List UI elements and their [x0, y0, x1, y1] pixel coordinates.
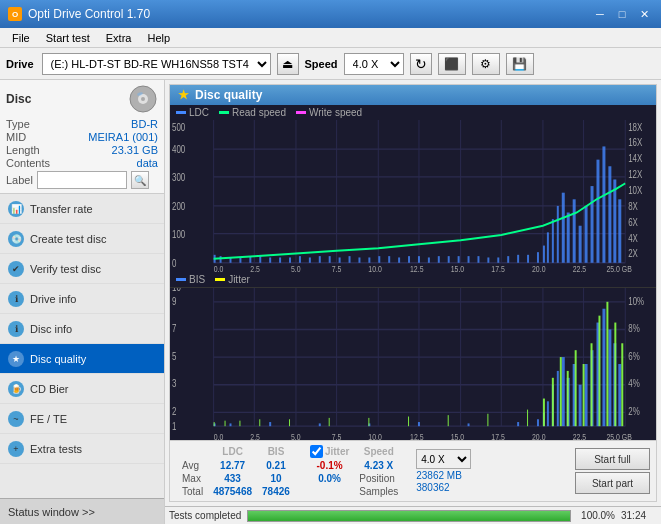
- top-chart: 0 100 200 300 400 500 18X 16X 14X 12X 10…: [170, 120, 656, 272]
- svg-text:25.0 GB: 25.0 GB: [606, 431, 632, 440]
- nav-label-verify-test-disc: Verify test disc: [30, 263, 101, 275]
- speed-mode-select[interactable]: 4.0 X: [416, 449, 471, 469]
- top-chart-svg: 0 100 200 300 400 500 18X 16X 14X 12X 10…: [170, 120, 656, 272]
- svg-rect-142: [579, 385, 582, 426]
- svg-text:4X: 4X: [628, 233, 638, 244]
- nav-label-drive-info: Drive info: [30, 293, 76, 305]
- nav-item-cd-bier[interactable]: 🍺 CD Bier: [0, 374, 164, 404]
- start-full-button[interactable]: Start full: [575, 448, 650, 470]
- legend-read-speed: Read speed: [219, 107, 286, 118]
- svg-point-2: [141, 97, 145, 101]
- svg-rect-149: [618, 364, 621, 426]
- menu-extra[interactable]: Extra: [98, 30, 140, 46]
- chart-title-bar: ★ Disc quality: [170, 85, 656, 105]
- svg-rect-74: [562, 193, 565, 263]
- svg-text:2.5: 2.5: [250, 431, 260, 440]
- disc-label-input[interactable]: [37, 171, 127, 189]
- svg-rect-134: [537, 419, 539, 426]
- refresh-button[interactable]: ↻: [410, 53, 432, 75]
- svg-rect-68: [527, 255, 529, 263]
- svg-text:10%: 10%: [628, 294, 644, 307]
- svg-rect-143: [585, 364, 588, 426]
- chart-container: ★ Disc quality LDC Read speed Write spee…: [169, 84, 657, 502]
- title-bar: O Opti Drive Control 1.70 ─ □ ✕: [0, 0, 661, 28]
- verify-test-disc-icon: ✔: [8, 261, 24, 277]
- svg-rect-147: [608, 329, 611, 426]
- speed-display: 4.0 X: [416, 449, 471, 469]
- menu-help[interactable]: Help: [139, 30, 178, 46]
- nav-item-disc-quality[interactable]: ★ Disc quality: [0, 344, 164, 374]
- svg-rect-72: [552, 219, 554, 263]
- nav-item-drive-info[interactable]: ℹ Drive info: [0, 284, 164, 314]
- progress-status: Tests completed: [169, 510, 241, 521]
- nav-item-create-test-disc[interactable]: 💿 Create test disc: [0, 224, 164, 254]
- menu-start-test[interactable]: Start test: [38, 30, 98, 46]
- jitter-checkbox-label[interactable]: Jitter: [310, 445, 349, 458]
- svg-text:2%: 2%: [628, 405, 640, 418]
- svg-text:5: 5: [172, 350, 176, 363]
- legend-bis: BIS: [176, 274, 205, 285]
- jitter-checkbox[interactable]: [310, 445, 323, 458]
- svg-rect-56: [408, 256, 410, 263]
- drive-select[interactable]: (E:) HL-DT-ST BD-RE WH16NS58 TST4: [42, 53, 271, 75]
- svg-text:0.0: 0.0: [214, 431, 224, 440]
- status-window-button[interactable]: Status window >>: [0, 498, 164, 524]
- svg-text:8%: 8%: [628, 322, 640, 335]
- nav-item-fe-te[interactable]: ~ FE / TE: [0, 404, 164, 434]
- legend-ldc: LDC: [176, 107, 209, 118]
- svg-text:12.5: 12.5: [410, 431, 424, 440]
- svg-rect-152: [239, 421, 240, 427]
- speed-value: 4.23 X: [355, 460, 402, 471]
- start-part-button[interactable]: Start part: [575, 472, 650, 494]
- svg-rect-167: [591, 343, 593, 426]
- nav-item-disc-info[interactable]: ℹ Disc info: [0, 314, 164, 344]
- config-button[interactable]: ⚙: [472, 53, 500, 75]
- svg-text:0: 0: [172, 258, 176, 269]
- svg-rect-65: [497, 257, 499, 262]
- minimize-button[interactable]: ─: [591, 5, 609, 23]
- eject-button[interactable]: ⏏: [277, 53, 299, 75]
- stats-table: LDC BIS Jitter Speed Avg 12.: [176, 443, 404, 499]
- nav-item-extra-tests[interactable]: + Extra tests: [0, 434, 164, 464]
- avg-label: Avg: [178, 460, 207, 471]
- svg-rect-82: [608, 166, 611, 262]
- contents-value: data: [137, 157, 158, 169]
- disc-label-button[interactable]: 🔍: [131, 171, 149, 189]
- svg-rect-83: [613, 179, 616, 262]
- nav-item-verify-test-disc[interactable]: ✔ Verify test disc: [0, 254, 164, 284]
- svg-rect-54: [388, 256, 390, 263]
- svg-rect-129: [319, 423, 321, 426]
- svg-rect-146: [602, 309, 605, 426]
- create-test-disc-icon: 💿: [8, 231, 24, 247]
- svg-text:3: 3: [172, 377, 176, 390]
- svg-rect-45: [299, 256, 301, 263]
- maximize-button[interactable]: □: [613, 5, 631, 23]
- svg-rect-44: [289, 257, 291, 262]
- nav-item-transfer-rate[interactable]: 📊 Transfer rate: [0, 194, 164, 224]
- speed-select[interactable]: 4.0 X: [344, 53, 404, 75]
- save-button[interactable]: 💾: [506, 53, 534, 75]
- close-button[interactable]: ✕: [635, 5, 653, 23]
- speed-label: Speed: [305, 58, 338, 70]
- svg-text:200: 200: [172, 201, 185, 212]
- bis-header: BIS: [258, 445, 294, 458]
- svg-text:6X: 6X: [628, 217, 638, 228]
- window-title: Opti Drive Control 1.70: [28, 7, 150, 21]
- samples-label: Samples: [355, 486, 402, 497]
- svg-text:2.5: 2.5: [250, 264, 260, 272]
- svg-rect-153: [259, 419, 260, 426]
- main-content: Disc Type BD-R MID MEIRA1 (001) Length: [0, 80, 661, 524]
- menu-file[interactable]: File: [4, 30, 38, 46]
- app-icon: O: [8, 7, 22, 21]
- sidebar: Disc Type BD-R MID MEIRA1 (001) Length: [0, 80, 165, 524]
- charts-area: 0 100 200 300 400 500 18X 16X 14X 12X 10…: [170, 120, 656, 440]
- svg-text:2: 2: [172, 405, 176, 418]
- mid-label: MID: [6, 131, 26, 143]
- chart-title-icon: ★: [178, 88, 189, 102]
- bis-dot: [176, 278, 186, 281]
- nav-label-cd-bier: CD Bier: [30, 383, 69, 395]
- svg-text:22.5: 22.5: [573, 431, 587, 440]
- nav-label-fe-te: FE / TE: [30, 413, 67, 425]
- scan-button[interactable]: ⬛: [438, 53, 466, 75]
- length-label: Length: [6, 144, 40, 156]
